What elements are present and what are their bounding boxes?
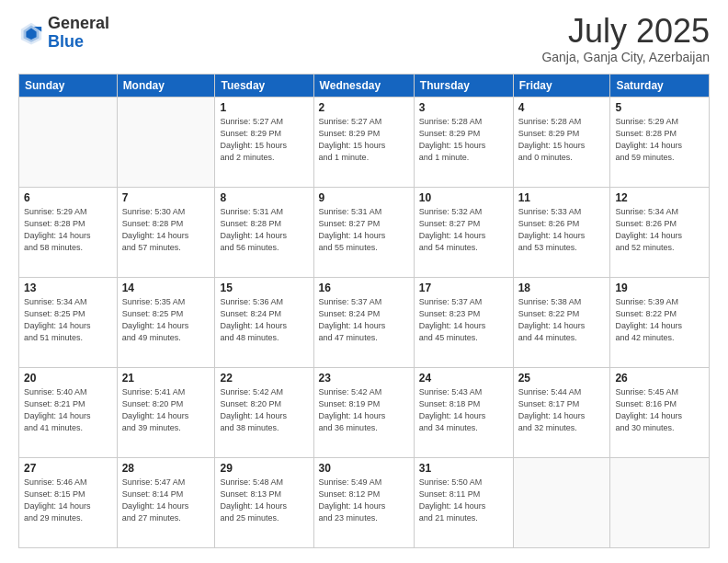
calendar-day-header: Wednesday [313,75,414,98]
calendar-day-header: Saturday [610,75,710,98]
calendar-cell: 5Sunrise: 5:29 AM Sunset: 8:28 PM Daylig… [610,98,710,188]
day-info: Sunrise: 5:43 AM Sunset: 8:18 PM Dayligh… [419,386,508,434]
title-block: July 2025 Ganja, Ganja City, Azerbaijan [541,15,710,64]
calendar-day-header: Sunday [19,75,118,98]
calendar-cell: 22Sunrise: 5:42 AM Sunset: 8:20 PM Dayli… [215,368,313,458]
day-info: Sunrise: 5:28 AM Sunset: 8:29 PM Dayligh… [419,116,508,164]
day-number: 1 [220,101,308,114]
day-info: Sunrise: 5:31 AM Sunset: 8:28 PM Dayligh… [220,206,308,254]
calendar-cell: 4Sunrise: 5:28 AM Sunset: 8:29 PM Daylig… [513,98,610,188]
calendar-day-header: Friday [513,75,610,98]
calendar-cell: 2Sunrise: 5:27 AM Sunset: 8:29 PM Daylig… [313,98,414,188]
calendar-day-header: Tuesday [215,75,313,98]
day-number: 27 [24,462,112,475]
calendar-cell: 1Sunrise: 5:27 AM Sunset: 8:29 PM Daylig… [215,98,313,188]
calendar-cell: 16Sunrise: 5:37 AM Sunset: 8:24 PM Dayli… [313,278,414,368]
calendar-header-row: SundayMondayTuesdayWednesdayThursdayFrid… [19,75,710,98]
calendar-cell: 12Sunrise: 5:34 AM Sunset: 8:26 PM Dayli… [610,188,710,278]
calendar-cell: 25Sunrise: 5:44 AM Sunset: 8:17 PM Dayli… [513,368,610,458]
day-number: 2 [319,101,409,114]
day-info: Sunrise: 5:30 AM Sunset: 8:28 PM Dayligh… [122,206,210,254]
day-number: 14 [122,282,210,294]
calendar-cell: 7Sunrise: 5:30 AM Sunset: 8:28 PM Daylig… [117,188,215,278]
calendar-cell: 20Sunrise: 5:40 AM Sunset: 8:21 PM Dayli… [19,368,118,458]
calendar-cell: 18Sunrise: 5:38 AM Sunset: 8:22 PM Dayli… [513,278,610,368]
calendar-cell: 27Sunrise: 5:46 AM Sunset: 8:15 PM Dayli… [19,458,118,548]
day-info: Sunrise: 5:38 AM Sunset: 8:22 PM Dayligh… [518,296,606,344]
logo-text: General Blue [48,15,109,52]
day-info: Sunrise: 5:28 AM Sunset: 8:29 PM Dayligh… [518,116,606,164]
day-number: 22 [220,372,308,385]
day-number: 9 [319,191,409,204]
day-number: 13 [24,282,112,294]
calendar-cell: 26Sunrise: 5:45 AM Sunset: 8:16 PM Dayli… [610,368,710,458]
day-info: Sunrise: 5:42 AM Sunset: 8:19 PM Dayligh… [319,386,409,434]
day-number: 18 [518,282,606,294]
calendar-cell [513,458,610,548]
calendar-cell: 11Sunrise: 5:33 AM Sunset: 8:26 PM Dayli… [513,188,610,278]
calendar-week-row: 1Sunrise: 5:27 AM Sunset: 8:29 PM Daylig… [19,98,710,188]
calendar-cell: 6Sunrise: 5:29 AM Sunset: 8:28 PM Daylig… [19,188,118,278]
day-number: 26 [615,372,704,385]
logo-blue: Blue [48,32,84,51]
day-info: Sunrise: 5:27 AM Sunset: 8:29 PM Dayligh… [220,116,308,164]
location: Ganja, Ganja City, Azerbaijan [541,50,710,64]
day-number: 29 [220,462,308,475]
calendar-cell: 28Sunrise: 5:47 AM Sunset: 8:14 PM Dayli… [117,458,215,548]
day-number: 21 [122,372,210,385]
calendar-cell: 19Sunrise: 5:39 AM Sunset: 8:22 PM Dayli… [610,278,710,368]
day-info: Sunrise: 5:27 AM Sunset: 8:29 PM Dayligh… [319,116,409,164]
day-number: 4 [518,101,606,114]
day-info: Sunrise: 5:46 AM Sunset: 8:15 PM Dayligh… [24,477,112,524]
day-info: Sunrise: 5:34 AM Sunset: 8:25 PM Dayligh… [24,296,112,344]
logo: General Blue [18,15,109,52]
calendar-cell: 23Sunrise: 5:42 AM Sunset: 8:19 PM Dayli… [313,368,414,458]
calendar-week-row: 6Sunrise: 5:29 AM Sunset: 8:28 PM Daylig… [19,188,710,278]
day-info: Sunrise: 5:48 AM Sunset: 8:13 PM Dayligh… [220,477,308,524]
logo-icon [18,20,44,46]
calendar-table: SundayMondayTuesdayWednesdayThursdayFrid… [18,74,710,548]
day-info: Sunrise: 5:47 AM Sunset: 8:14 PM Dayligh… [122,477,210,524]
day-number: 7 [122,191,210,204]
day-info: Sunrise: 5:37 AM Sunset: 8:23 PM Dayligh… [419,296,508,344]
day-number: 17 [419,282,508,294]
day-number: 28 [122,462,210,475]
calendar-cell: 31Sunrise: 5:50 AM Sunset: 8:11 PM Dayli… [414,458,513,548]
day-info: Sunrise: 5:42 AM Sunset: 8:20 PM Dayligh… [220,386,308,434]
calendar-cell [610,458,710,548]
day-number: 31 [419,462,508,475]
calendar-cell: 24Sunrise: 5:43 AM Sunset: 8:18 PM Dayli… [414,368,513,458]
day-number: 30 [319,462,409,475]
day-number: 10 [419,191,508,204]
calendar-cell: 10Sunrise: 5:32 AM Sunset: 8:27 PM Dayli… [414,188,513,278]
day-info: Sunrise: 5:49 AM Sunset: 8:12 PM Dayligh… [319,477,409,524]
day-info: Sunrise: 5:50 AM Sunset: 8:11 PM Dayligh… [419,477,508,524]
day-number: 25 [518,372,606,385]
day-info: Sunrise: 5:33 AM Sunset: 8:26 PM Dayligh… [518,206,606,254]
day-number: 19 [615,282,704,294]
calendar-day-header: Monday [117,75,215,98]
calendar-cell: 8Sunrise: 5:31 AM Sunset: 8:28 PM Daylig… [215,188,313,278]
calendar-cell: 9Sunrise: 5:31 AM Sunset: 8:27 PM Daylig… [313,188,414,278]
header: General Blue July 2025 Ganja, Ganja City… [18,15,710,64]
day-info: Sunrise: 5:31 AM Sunset: 8:27 PM Dayligh… [319,206,409,254]
day-info: Sunrise: 5:35 AM Sunset: 8:25 PM Dayligh… [122,296,210,344]
calendar-week-row: 13Sunrise: 5:34 AM Sunset: 8:25 PM Dayli… [19,278,710,368]
day-number: 11 [518,191,606,204]
calendar-cell: 29Sunrise: 5:48 AM Sunset: 8:13 PM Dayli… [215,458,313,548]
logo-general: General [48,14,109,32]
day-info: Sunrise: 5:29 AM Sunset: 8:28 PM Dayligh… [24,206,112,254]
calendar-cell: 14Sunrise: 5:35 AM Sunset: 8:25 PM Dayli… [117,278,215,368]
calendar-week-row: 27Sunrise: 5:46 AM Sunset: 8:15 PM Dayli… [19,458,710,548]
day-info: Sunrise: 5:44 AM Sunset: 8:17 PM Dayligh… [518,386,606,434]
calendar-cell [117,98,215,188]
day-number: 5 [615,101,704,114]
calendar-cell: 17Sunrise: 5:37 AM Sunset: 8:23 PM Dayli… [414,278,513,368]
day-number: 8 [220,191,308,204]
day-info: Sunrise: 5:39 AM Sunset: 8:22 PM Dayligh… [615,296,704,344]
calendar-day-header: Thursday [414,75,513,98]
day-info: Sunrise: 5:45 AM Sunset: 8:16 PM Dayligh… [615,386,704,434]
calendar-week-row: 20Sunrise: 5:40 AM Sunset: 8:21 PM Dayli… [19,368,710,458]
day-info: Sunrise: 5:41 AM Sunset: 8:20 PM Dayligh… [122,386,210,434]
day-info: Sunrise: 5:29 AM Sunset: 8:28 PM Dayligh… [615,116,704,164]
